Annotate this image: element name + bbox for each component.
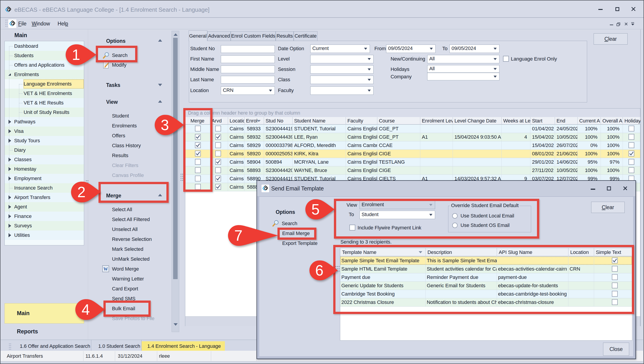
- svg-text:W: W: [104, 267, 108, 271]
- svg-text:2: 2: [77, 184, 86, 200]
- svg-text:1: 1: [72, 46, 80, 63]
- svg-text:4: 4: [82, 301, 90, 318]
- svg-text:7: 7: [234, 227, 242, 244]
- svg-text:6: 6: [315, 262, 324, 279]
- svg-text:5: 5: [312, 201, 320, 218]
- svg-text:3: 3: [161, 117, 169, 133]
